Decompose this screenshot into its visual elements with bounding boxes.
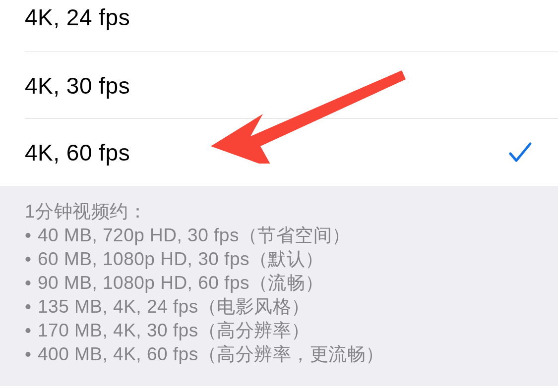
- footer-info: 1分钟视频约： •40 MB, 720p HD, 30 fps（节省空间） •6…: [0, 186, 558, 386]
- footer-item: •40 MB, 720p HD, 30 fps（节省空间）: [25, 224, 533, 247]
- footer-title: 1分钟视频约：: [25, 200, 533, 224]
- video-options-list: 4K, 24 fps 4K, 30 fps 4K, 60 fps: [0, 0, 558, 186]
- footer-item: •60 MB, 1080p HD, 30 fps（默认）: [25, 247, 533, 271]
- option-label: 4K, 60 fps: [25, 139, 130, 166]
- video-option-4k-30fps[interactable]: 4K, 30 fps: [0, 52, 558, 119]
- video-option-4k-24fps[interactable]: 4K, 24 fps: [0, 0, 558, 52]
- footer-item: •90 MB, 1080p HD, 60 fps（流畅）: [25, 271, 533, 295]
- checkmark-icon: [507, 141, 533, 165]
- footer-item: •170 MB, 4K, 30 fps（高分辨率）: [25, 319, 533, 342]
- video-option-4k-60fps[interactable]: 4K, 60 fps: [0, 119, 558, 186]
- option-label: 4K, 24 fps: [25, 4, 130, 31]
- footer-item: •400 MB, 4K, 60 fps（高分辨率，更流畅）: [25, 342, 533, 366]
- footer-item: •135 MB, 4K, 24 fps（电影风格）: [25, 295, 533, 319]
- option-label: 4K, 30 fps: [25, 72, 130, 99]
